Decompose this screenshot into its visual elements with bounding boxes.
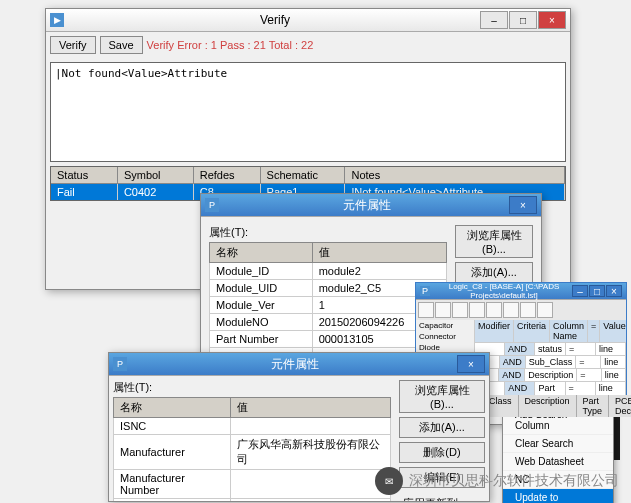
toolbar-icon[interactable] (520, 302, 536, 318)
delete-button[interactable]: 删除(D) (399, 442, 485, 463)
close-button[interactable]: × (606, 285, 622, 297)
app-icon: P (420, 286, 430, 296)
window-title: 元件属性 (133, 356, 457, 373)
tab[interactable]: Part Type (577, 395, 610, 417)
titlebar: P 元件属性 × (109, 353, 489, 376)
browse-button[interactable]: 浏览库属性(B)... (455, 225, 533, 258)
window-title: 元件属性 (225, 197, 509, 214)
watermark: ✉ 深圳市贝思科尔软件技术有限公司 (375, 467, 619, 495)
toolbar-icon[interactable] (503, 302, 519, 318)
apply-label: 应用更新到 (403, 496, 481, 502)
property-table[interactable]: 名称值ISNCManufacturer广东风华高新科技股份有限公司Manufac… (113, 397, 391, 502)
titlebar: ▶ Verify – □ × (46, 9, 570, 32)
tab[interactable]: Description (519, 395, 577, 417)
window-title: Logic_C8 - [BASE-A] [C:\PADS Projects\de… (436, 282, 572, 300)
close-button[interactable]: × (509, 196, 537, 214)
column-header[interactable]: Refdes (194, 167, 261, 184)
titlebar: P 元件属性 × (201, 194, 541, 217)
tab[interactable]: PCB Decal (609, 395, 631, 417)
window-title: Verify (70, 13, 480, 27)
property-row[interactable]: ModuleNO20150206094226 (210, 314, 447, 331)
property-row[interactable]: Module_IDmodule2 (210, 263, 447, 280)
attr-label: 属性(T): (209, 225, 447, 240)
cell[interactable]: C0402 (118, 184, 194, 200)
toolbar-icon[interactable] (452, 302, 468, 318)
menu-item[interactable]: Clear Search (503, 435, 613, 453)
property-row[interactable]: Module_Ver1 (210, 297, 447, 314)
add-button[interactable]: 添加(A)... (399, 417, 485, 438)
app-icon: P (113, 357, 127, 371)
property-row[interactable]: ISNC (114, 418, 391, 435)
browse-button[interactable]: 浏览库属性(B)... (399, 380, 485, 413)
toolbar-icon[interactable] (486, 302, 502, 318)
wechat-icon: ✉ (375, 467, 403, 495)
category-item[interactable]: Capacitor (416, 320, 474, 331)
maximize-button[interactable]: □ (589, 285, 605, 297)
toolbar-icon[interactable] (435, 302, 451, 318)
log-output[interactable]: |Not found<Value>Attribute (50, 62, 566, 162)
column-header[interactable]: Status (51, 167, 118, 184)
close-button[interactable]: × (538, 11, 566, 29)
logic-toolbar (416, 300, 626, 320)
column-header[interactable]: Schematic (261, 167, 346, 184)
add-button[interactable]: 添加(A)... (455, 262, 533, 283)
minimize-button[interactable]: – (572, 285, 588, 297)
column-header[interactable]: Symbol (118, 167, 194, 184)
close-button[interactable]: × (457, 355, 485, 373)
app-icon: ▶ (50, 13, 64, 27)
property-row[interactable]: Part Number000013105 (210, 331, 447, 348)
column-header[interactable]: Notes (345, 167, 565, 184)
toolbar-icon[interactable] (469, 302, 485, 318)
verify-button[interactable]: Verify (50, 36, 96, 54)
toolbar-icon[interactable] (418, 302, 434, 318)
save-button[interactable]: Save (100, 36, 143, 54)
property-row[interactable]: Manufacturer广东风华高新科技股份有限公司 (114, 435, 391, 470)
status-text: Verify Error : 1 Pass : 21 Total : 22 (147, 39, 314, 51)
filter-panel[interactable]: ModifierCriteriaColumn Name=ValueANDstat… (475, 320, 626, 404)
toolbar-icon[interactable] (537, 302, 553, 318)
minimize-button[interactable]: – (480, 11, 508, 29)
titlebar: P Logic_C8 - [BASE-A] [C:\PADS Projects\… (416, 283, 626, 300)
category-item[interactable]: Connector (416, 331, 474, 342)
attr-label: 属性(T): (113, 380, 391, 395)
cell[interactable]: Fail (51, 184, 118, 200)
property-row[interactable]: Module_UIDmodule2_C5 (210, 280, 447, 297)
maximize-button[interactable]: □ (509, 11, 537, 29)
property-row[interactable]: Part Number000013105 (114, 499, 391, 503)
app-icon: P (205, 198, 219, 212)
property-row[interactable]: Manufacturer Number (114, 470, 391, 499)
